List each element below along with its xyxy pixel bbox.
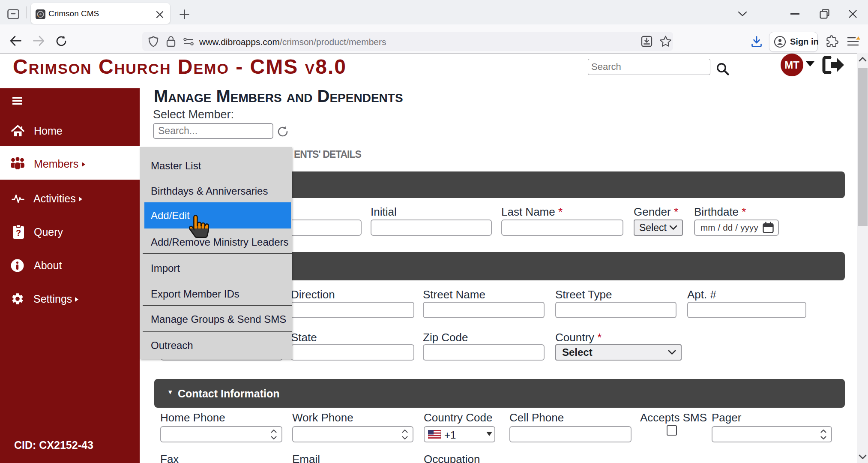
svg-text:?: ? <box>16 228 21 238</box>
